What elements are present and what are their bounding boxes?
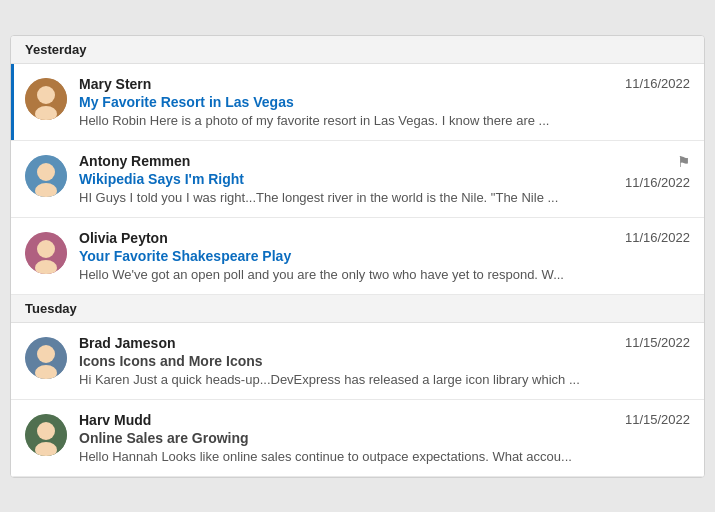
- mail-date: 11/16/2022: [625, 76, 690, 91]
- avatar: [25, 155, 67, 197]
- svg-point-1: [37, 86, 55, 104]
- mail-content: Brad JamesonIcons Icons and More IconsHi…: [79, 335, 601, 387]
- mail-meta: 11/15/2022: [613, 335, 690, 350]
- mail-item[interactable]: Olivia PeytonYour Favorite Shakespeare P…: [11, 218, 704, 295]
- date-group-header-0: Yesterday: [11, 36, 704, 64]
- mail-subject: Your Favorite Shakespeare Play: [79, 248, 601, 264]
- mail-date: 11/15/2022: [625, 412, 690, 427]
- mail-content: Antony RemmenWikipedia Says I'm RightHI …: [79, 153, 601, 205]
- mail-sender: Brad Jameson: [79, 335, 601, 351]
- mail-preview: Hi Karen Just a quick heads-up...DevExpr…: [79, 372, 601, 387]
- mail-date: 11/16/2022: [625, 230, 690, 245]
- svg-point-7: [37, 240, 55, 258]
- mail-content: Olivia PeytonYour Favorite Shakespeare P…: [79, 230, 601, 282]
- mail-item[interactable]: Harv MuddOnline Sales are GrowingHello H…: [11, 400, 704, 477]
- mail-preview: Hello Robin Here is a photo of my favori…: [79, 113, 601, 128]
- flag-icon[interactable]: ⚑: [677, 153, 690, 171]
- mail-preview: Hello We've got an open poll and you are…: [79, 267, 601, 282]
- mail-preview: Hello Hannah Looks like online sales con…: [79, 449, 601, 464]
- unread-indicator: [11, 64, 14, 140]
- mail-sender: Harv Mudd: [79, 412, 601, 428]
- mail-date: 11/16/2022: [625, 175, 690, 190]
- avatar: [25, 337, 67, 379]
- mail-item[interactable]: Brad JamesonIcons Icons and More IconsHi…: [11, 323, 704, 400]
- mail-sender: Antony Remmen: [79, 153, 601, 169]
- mail-sender: Mary Stern: [79, 76, 601, 92]
- avatar: [25, 232, 67, 274]
- mail-subject: Online Sales are Growing: [79, 430, 601, 446]
- mail-meta: 11/15/2022: [613, 412, 690, 427]
- mail-list-container: YesterdayMary SternMy Favorite Resort in…: [10, 35, 705, 478]
- svg-point-13: [37, 422, 55, 440]
- date-group-header-1: Tuesday: [11, 295, 704, 323]
- mail-preview: HI Guys I told you I was right...The lon…: [79, 190, 601, 205]
- svg-point-10: [37, 345, 55, 363]
- mail-meta: ⚑11/16/2022: [613, 153, 690, 190]
- mail-sender: Olivia Peyton: [79, 230, 601, 246]
- avatar: [25, 414, 67, 456]
- svg-point-4: [37, 163, 55, 181]
- mail-subject: Wikipedia Says I'm Right: [79, 171, 601, 187]
- mail-item[interactable]: Antony RemmenWikipedia Says I'm RightHI …: [11, 141, 704, 218]
- mail-meta: 11/16/2022: [613, 230, 690, 245]
- mail-item[interactable]: Mary SternMy Favorite Resort in Las Vega…: [11, 64, 704, 141]
- avatar: [25, 78, 67, 120]
- mail-date: 11/15/2022: [625, 335, 690, 350]
- mail-subject: My Favorite Resort in Las Vegas: [79, 94, 601, 110]
- mail-content: Harv MuddOnline Sales are GrowingHello H…: [79, 412, 601, 464]
- mail-content: Mary SternMy Favorite Resort in Las Vega…: [79, 76, 601, 128]
- mail-meta: 11/16/2022: [613, 76, 690, 91]
- mail-subject: Icons Icons and More Icons: [79, 353, 601, 369]
